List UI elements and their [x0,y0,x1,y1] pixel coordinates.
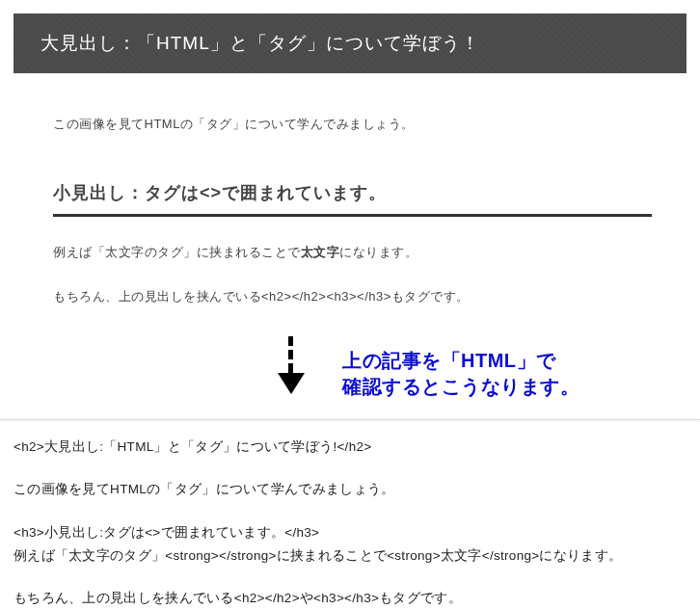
intro-text: この画像を見てHTMLの「タグ」について学んでみましょう。 [53,116,652,133]
p1-bold: 太文字 [301,245,340,259]
source-line-1: <h2>大見出し:「HTML」と「タグ」について学ぼう!</h2> [13,437,687,457]
paragraph-1: 例えば「太文字のタグ」に挟まれることで太文字になります。 [53,244,652,261]
arrow-down-icon [278,336,305,394]
source-line-2: この画像を見てHTMLの「タグ」について学んでみましょう。 [13,480,687,499]
source-line-3: <h3>小見出し:タグは<>で囲まれています。</h3> [13,523,687,543]
section-divider [0,419,700,420]
annotation-text: 上の記事を「HTML」で 確認するとこうなります。 [342,348,579,400]
source-line-4: 例えば「太文字のタグ」<strong></strong>に挟まれることで<str… [13,546,687,566]
paragraph-2: もちろん、上の見出しを挟んでいる<h2></h2><h3></h3>もタグです。 [53,288,652,305]
html-source-block: <h2>大見出し:「HTML」と「タグ」について学ぼう!</h2> この画像を見… [0,432,700,608]
subheading: 小見出し：タグは<>で囲まれています。 [53,181,652,217]
page-title-bar: 大見出し：「HTML」と「タグ」について学ぼう！ [13,13,687,73]
page-title: 大見出し：「HTML」と「タグ」について学ぼう！ [40,33,480,53]
annotation-region: 上の記事を「HTML」で 確認するとこうなります。 [0,342,700,419]
p1-prefix: 例えば「太文字のタグ」に挟まれることで [53,245,301,259]
p1-suffix: になります。 [339,245,417,259]
source-line-5: もちろん、上の見出しを挟んでいる<h2></h2>や<h3></h3>もタグです… [13,589,687,608]
article-body: この画像を見てHTMLの「タグ」について学んでみましょう。 小見出し：タグは<>… [0,87,700,342]
